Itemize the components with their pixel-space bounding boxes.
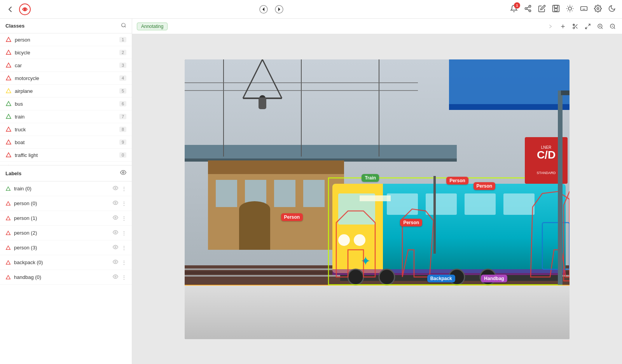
moon-icon[interactable] [608,5,616,14]
label-menu-person-0[interactable]: ⋮ [121,200,126,207]
save-icon[interactable] [552,5,560,14]
label-eye-backpack-0[interactable] [113,259,118,266]
label-name-person-0: person (0) [14,200,113,206]
svg-point-61 [573,27,575,29]
svg-rect-81 [216,180,237,207]
class-count-motorcycle: 4 [119,75,126,81]
label-item-person-2[interactable]: person (2) ⋮ [0,226,132,240]
class-name-traffic-light: traffic light [15,152,119,158]
svg-line-16 [572,10,572,11]
svg-point-55 [115,276,116,277]
topbar-right: 1 [510,5,616,14]
class-item-bicycle[interactable]: bicycle 2 [0,46,132,59]
class-item-car[interactable]: car 3 [0,59,132,72]
cut-icon[interactable] [571,23,580,30]
labels-section: Labels train (0) [0,165,132,364]
label-eye-person-3[interactable] [113,244,118,251]
label-item-backpack-0[interactable]: backpack (0) ⋮ [0,255,132,270]
class-count-bus: 6 [119,101,126,106]
edit-icon[interactable] [538,5,546,14]
topbar-center [259,5,284,14]
svg-rect-109 [503,193,535,215]
class-item-boat[interactable]: boat 9 [0,136,132,149]
sidebar: Classes person 1 bicycle 2 [0,19,132,364]
svg-point-112 [354,234,365,246]
brightness-icon[interactable] [566,5,574,14]
class-item-fire-hydrant[interactable]: fire hydrant Ctrl+f [0,162,132,165]
next-button[interactable] [274,5,284,14]
svg-line-72 [614,28,615,29]
image-container[interactable]: ✦ [132,34,622,364]
class-name-bicycle: bicycle [15,50,119,56]
svg-rect-10 [554,5,557,8]
class-item-airplane[interactable]: airplane 5 [0,85,132,98]
svg-rect-133 [433,176,436,254]
label-eye-person-2[interactable] [113,230,118,236]
svg-text:C/D: C/D [537,149,556,161]
svg-marker-35 [6,101,11,106]
svg-rect-107 [426,193,457,215]
svg-point-49 [115,232,116,233]
svg-marker-38 [6,140,11,144]
canvas-area: Annotating [132,19,622,364]
annotation-canvas[interactable]: ✦ [185,59,570,339]
label-item-person-3[interactable]: person (3) ⋮ [0,240,132,255]
svg-marker-36 [6,114,11,118]
label-name-person-3: person (3) [14,245,113,251]
label-eye-train-0[interactable] [113,185,118,192]
settings-icon[interactable] [594,5,602,14]
class-item-train[interactable]: train 7 [0,110,132,123]
zoom-out-icon[interactable] [608,23,617,30]
class-count-traffic-light: 0 [119,152,126,158]
labels-list: train (0) ⋮ person (0) [0,181,132,364]
label-eye-person-1[interactable] [113,215,118,221]
label-actions-train-0: ⋮ [113,185,126,192]
label-menu-person-1[interactable]: ⋮ [121,215,126,221]
zoom-in-icon[interactable] [596,23,605,30]
label-item-person-0[interactable]: person (0) ⋮ [0,196,132,211]
label-eye-handbag-0[interactable] [113,274,118,280]
label-item-handbag-0[interactable]: handbag (0) ⋮ [0,270,132,285]
class-count-truck: 8 [119,127,126,132]
classes-search-icon[interactable] [121,23,126,29]
label-actions-backpack-0: ⋮ [113,259,126,266]
svg-marker-50 [6,246,10,249]
labels-visibility-icon[interactable] [120,169,126,177]
svg-point-45 [115,202,116,204]
svg-line-56 [549,25,551,26]
class-item-person[interactable]: person 1 [0,33,132,46]
class-name-motorcycle: motorcycle [15,75,119,81]
label-menu-person-3[interactable]: ⋮ [121,245,126,251]
class-item-motorcycle[interactable]: motorcycle 4 [0,72,132,85]
svg-point-43 [115,187,116,189]
add-annotation-button[interactable] [558,23,568,30]
label-item-person-1[interactable]: person (1) ⋮ [0,211,132,226]
classes-list: person 1 bicycle 2 car 3 motorcycle 4 [0,33,132,165]
prev-button[interactable] [259,5,268,14]
svg-point-119 [480,269,496,285]
label-menu-train-0[interactable]: ⋮ [121,186,126,192]
label-menu-handbag-0[interactable]: ⋮ [121,274,126,280]
class-name-train: train [15,114,119,120]
svg-marker-30 [6,37,11,42]
class-item-traffic-light[interactable]: traffic light 0 [0,149,132,162]
notification-icon[interactable]: 1 [510,5,518,14]
svg-marker-46 [6,216,10,220]
svg-rect-96 [259,98,266,109]
class-item-truck[interactable]: truck 8 [0,123,132,136]
share-icon[interactable] [524,5,532,14]
class-count-boat: 9 [119,139,126,145]
fullscreen-icon[interactable] [583,23,592,30]
canvas-toolbar: Annotating [132,19,622,34]
svg-text:LNER: LNER [541,145,552,150]
svg-point-6 [529,10,531,12]
label-menu-backpack-0[interactable]: ⋮ [121,260,126,266]
label-item-train-0[interactable]: train (0) ⋮ [0,181,132,196]
label-menu-person-2[interactable]: ⋮ [121,230,126,236]
label-actions-person-3: ⋮ [113,244,126,251]
keyboard-icon[interactable] [580,5,588,14]
class-count-airplane: 5 [119,88,126,94]
back-button[interactable] [6,5,14,13]
class-item-bus[interactable]: bus 6 [0,98,132,110]
label-eye-person-0[interactable] [113,200,118,207]
